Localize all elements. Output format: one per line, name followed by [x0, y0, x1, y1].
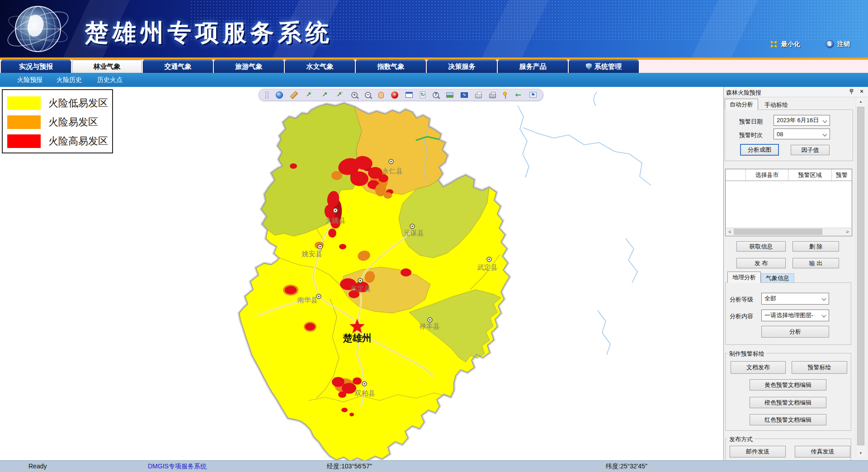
main-tab-label: 旅游气象	[236, 62, 263, 71]
icon-modifier: ⋯	[340, 91, 344, 95]
chevron-down-icon	[823, 132, 827, 137]
main-tab-label: 系统管理	[594, 62, 622, 71]
globe-logo-icon	[5, 1, 78, 57]
fax-send-button[interactable]: 传真发送	[795, 446, 850, 458]
table-hscrollbar[interactable]: < >	[726, 228, 851, 235]
legend-label: 火险高易发区	[48, 134, 108, 148]
county-label: 禄丰县	[420, 322, 440, 330]
panel-vscrollbar[interactable]: ▲ ▼	[856, 98, 865, 457]
clear-icon[interactable]: ✕	[391, 91, 398, 99]
identify-icon[interactable]: ?	[433, 92, 439, 98]
legend-swatch	[7, 96, 41, 110]
zoom-in-icon[interactable]: +	[351, 92, 358, 98]
doc-publish-button[interactable]: 文档发布	[731, 361, 786, 374]
tab-weather-info[interactable]: 气象信息	[761, 273, 794, 283]
select-cursor-icon[interactable]: ↗	[321, 91, 329, 99]
app-window: 楚雄州专项服务系统 最小化 注销	[0, 0, 868, 472]
main-tab-1[interactable]: 实况与预报	[1, 60, 71, 73]
rivers	[518, 92, 651, 355]
close-icon[interactable]: ×	[858, 88, 865, 95]
main-tab-2[interactable]: 林业气象	[72, 60, 142, 73]
print-preview-icon[interactable]	[489, 94, 496, 98]
hscroll-thumb[interactable]	[734, 229, 822, 235]
county-label: 南华县	[297, 296, 318, 304]
level-select[interactable]: 全部	[761, 293, 829, 305]
pan-icon[interactable]	[378, 92, 384, 98]
globe-icon[interactable]	[276, 91, 283, 99]
vscroll-thumb[interactable]	[857, 107, 864, 445]
time-label: 预警时次	[739, 131, 763, 139]
main-tab-7[interactable]: 决策服务	[427, 60, 497, 73]
warning-plot-button[interactable]: 预警标绘	[792, 361, 847, 374]
main-tab-4[interactable]: 旅游气象	[214, 60, 284, 73]
scroll-up-icon[interactable]: ▲	[856, 98, 865, 105]
toolbar-grip[interactable]	[265, 91, 269, 99]
level-label: 分析等级	[730, 296, 753, 304]
select-circle-icon[interactable]: ↗◌	[305, 91, 313, 99]
print-icon[interactable]	[475, 94, 482, 98]
map-area: 永仁县大姚县元谋县姚安县武定县牟定县南华县禄丰县双柏县楚雄州 火险低易发区火险易…	[0, 87, 723, 460]
select-polygon-icon[interactable]: ↗⋯	[336, 91, 344, 99]
minimize-icon	[769, 40, 778, 48]
chevron-down-icon	[822, 296, 826, 301]
back-icon[interactable]: ←	[514, 91, 522, 99]
delete-button[interactable]: 删 除	[793, 241, 839, 252]
orange-warning-doc-button[interactable]: 橙色预警文档编辑	[750, 397, 826, 408]
logout-button[interactable]: 注销	[826, 40, 850, 48]
county-label: 牟定县	[351, 285, 371, 292]
main-tab-label: 决策服务	[448, 62, 476, 71]
zoom-out-icon[interactable]: −	[365, 92, 371, 98]
content-select[interactable]: 一请选择地理图层-	[761, 310, 829, 321]
icon-modifier: ◌	[310, 91, 313, 95]
export-image-icon[interactable]	[446, 92, 453, 98]
table-header	[726, 169, 746, 181]
main-tab-label: 实况与预报	[19, 62, 53, 71]
shield-icon	[586, 63, 592, 70]
subnav-item-3[interactable]: 历史火点	[97, 73, 123, 87]
main-tab-9[interactable]: 系统管理	[569, 60, 639, 73]
content-value: 一请选择地理图层-	[764, 311, 813, 319]
red-warning-doc-button[interactable]: 红色预警文档编辑	[750, 414, 826, 425]
scroll-down-icon[interactable]: ▼	[856, 449, 865, 457]
publish-button[interactable]: 发 布	[736, 258, 786, 268]
basemap-icon[interactable]: ∿	[461, 92, 468, 98]
logout-label: 注销	[837, 40, 850, 48]
chevron-down-icon	[822, 313, 826, 318]
date-select[interactable]: 2023年 6月16日	[774, 115, 830, 126]
panel-title: 森林火险预报	[726, 89, 761, 97]
email-send-button[interactable]: 邮件发送	[730, 446, 786, 458]
yellow-warning-doc-button[interactable]: 黄色预警文档编辑	[750, 379, 826, 391]
app-title: 楚雄州专项服务系统	[85, 17, 333, 49]
scroll-right-icon[interactable]: >	[844, 228, 851, 235]
main-tab-8[interactable]: 服务产品	[498, 60, 568, 73]
factor-value-button[interactable]: 因子值	[791, 145, 830, 155]
placemark-icon[interactable]	[503, 92, 507, 95]
pin-icon[interactable]	[849, 89, 854, 95]
county-label: 双柏县	[354, 389, 375, 397]
analyze-map-button[interactable]: 分析成图	[740, 144, 779, 156]
get-info-button[interactable]: 获取信息	[736, 241, 786, 252]
warning-table[interactable]: 选择县市 预警区域 预警 < >	[725, 169, 852, 236]
main-tab-5[interactable]: 水文气象	[285, 60, 355, 73]
overview-map-icon[interactable]: ⚑	[529, 92, 537, 98]
status-system: DMGIS专项服务系统	[148, 462, 207, 471]
tab-geo-analysis[interactable]: 地理分析	[727, 272, 761, 283]
scroll-left-icon[interactable]: <	[726, 228, 734, 235]
map-legend: 火险低易发区火险易发区火险高易发区	[2, 89, 113, 153]
subnav-item-1[interactable]: 火险预报	[17, 73, 42, 87]
subnav-item-2[interactable]: 火险历史	[57, 73, 82, 87]
minimize-button[interactable]: 最小化	[769, 40, 800, 48]
time-select[interactable]: 08	[774, 129, 830, 139]
lock-icon	[826, 40, 834, 48]
export-button[interactable]: 输 出	[793, 258, 839, 268]
chart-window-icon[interactable]	[406, 92, 413, 98]
legend-swatch	[7, 134, 41, 148]
main-tab-3[interactable]: 交通气象	[143, 60, 213, 73]
main-tab-6[interactable]: 指数气象	[356, 60, 426, 73]
analyze-button[interactable]: 分析	[761, 326, 829, 338]
refresh-icon[interactable]: ↻	[420, 91, 425, 98]
legend-row: 火险低易发区	[7, 94, 112, 113]
measure-icon[interactable]	[290, 91, 298, 99]
minimize-label: 最小化	[781, 40, 800, 48]
tab-auto-analysis[interactable]: 自动分析	[725, 99, 758, 110]
